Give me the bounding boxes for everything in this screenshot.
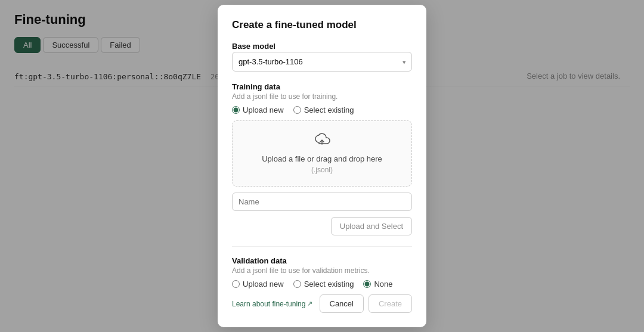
upload-area-hint: (.jsonl) — [244, 166, 400, 174]
validation-upload-new-text: Upload new — [243, 280, 284, 288]
validation-radio-group: Upload new Select existing None — [232, 280, 412, 288]
validation-upload-new-radio[interactable] — [232, 280, 240, 288]
training-select-existing-radio[interactable] — [293, 106, 301, 114]
validation-none-label[interactable]: None — [363, 280, 392, 288]
training-data-label: Training data — [232, 82, 412, 91]
select-existing-text: Select existing — [304, 106, 354, 114]
create-button[interactable]: Create — [369, 294, 412, 313]
validation-select-existing-text: Select existing — [304, 280, 354, 288]
validation-none-radio[interactable] — [363, 280, 371, 288]
modal-footer: Learn about fine-tuning ↗ Cancel Create — [232, 294, 412, 313]
training-upload-new-label[interactable]: Upload new — [232, 106, 284, 114]
base-model-label: Base model — [232, 42, 412, 51]
divider — [232, 246, 412, 247]
name-input[interactable] — [232, 193, 412, 211]
training-radio-group: Upload new Select existing — [232, 106, 412, 114]
footer-buttons: Cancel Create — [320, 294, 413, 313]
modal-overlay: Create a fine-tuned model Base model gpt… — [0, 0, 644, 332]
training-select-existing-label[interactable]: Select existing — [293, 106, 354, 114]
upload-area-text: Upload a file or drag and drop here — [244, 154, 400, 163]
upload-select-button[interactable]: Upload and Select — [331, 217, 412, 235]
validation-data-label: Validation data — [232, 256, 412, 265]
external-link-icon: ↗ — [307, 300, 312, 308]
validation-none-text: None — [374, 280, 392, 288]
learn-link-text: Learn about fine-tuning — [232, 300, 305, 308]
validation-data-sub: Add a jsonl file to use for validation m… — [232, 266, 412, 275]
validation-upload-new-label[interactable]: Upload new — [232, 280, 284, 288]
base-model-select[interactable]: gpt-3.5-turbo-1106gpt-4o-minigpt-4-turbo — [232, 52, 412, 72]
upload-area[interactable]: Upload a file or drag and drop here (.js… — [232, 120, 412, 187]
cancel-button[interactable]: Cancel — [320, 294, 364, 313]
upload-icon — [244, 133, 400, 151]
training-upload-new-radio[interactable] — [232, 106, 240, 114]
modal-title: Create a fine-tuned model — [232, 19, 412, 31]
learn-link[interactable]: Learn about fine-tuning ↗ — [232, 300, 312, 308]
modal: Create a fine-tuned model Base model gpt… — [218, 5, 426, 327]
training-data-sub: Add a jsonl file to use for training. — [232, 92, 412, 101]
upload-new-text: Upload new — [243, 106, 284, 114]
validation-select-existing-label[interactable]: Select existing — [293, 280, 354, 288]
base-model-wrapper: gpt-3.5-turbo-1106gpt-4o-minigpt-4-turbo… — [232, 52, 412, 72]
validation-select-existing-radio[interactable] — [293, 280, 301, 288]
